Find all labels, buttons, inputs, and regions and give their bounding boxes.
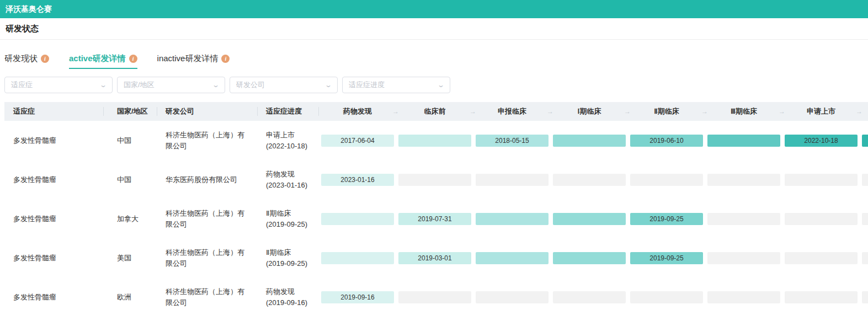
info-icon[interactable]: i [129, 55, 137, 63]
filter-placeholder: 研发公司 [236, 80, 265, 90]
company-cell: 科济生物医药（上海）有限公司 [157, 130, 258, 152]
phase-bar-empty [707, 291, 780, 303]
country-cell: 欧洲 [104, 292, 157, 303]
phase-arrow-icon: → [701, 108, 708, 115]
phase-date: 2019-09-25 [649, 215, 683, 223]
phase-bar-filled: 2019-09-16 [321, 291, 394, 303]
phase-header-label: 申请上市 [807, 106, 835, 116]
phase-cell-overflow [860, 174, 868, 186]
phase-cell: 2022-10-18 [782, 135, 860, 147]
phase-cell [473, 174, 551, 186]
phase-bar-empty [785, 252, 858, 264]
phase-bar-overflow [862, 135, 868, 147]
phase-cell [396, 135, 473, 147]
phase-cell: 2019-09-25 [628, 213, 705, 225]
phase-arrow-icon: → [547, 108, 553, 115]
phase-bar-filled [553, 252, 626, 264]
phase-header-label: 临床前 [424, 106, 446, 116]
info-icon[interactable]: i [41, 55, 49, 63]
phase-date: 2019-07-31 [418, 215, 451, 223]
phase-bar-filled: 2019-07-31 [398, 213, 471, 225]
phase-cell [396, 291, 473, 303]
phase-date: 2019-03-01 [418, 254, 451, 262]
phase-cell-overflow [860, 252, 868, 264]
country-cell: 中国 [104, 174, 157, 185]
progress-cell: 药物发现(2023-01-16) [258, 169, 319, 191]
phase-bar-overflow [862, 213, 868, 225]
tab-2[interactable]: inactive研发详情i [157, 54, 230, 64]
table-row: 多发性骨髓瘤欧洲科济生物医药（上海）有限公司药物发现(2019-09-16)20… [4, 277, 868, 317]
phase-bar-empty [785, 213, 858, 225]
phase-cell [551, 174, 628, 186]
filter-dropdown-3[interactable]: 适应症进度⌄ [342, 77, 450, 93]
chevron-down-icon: ⌄ [99, 81, 107, 89]
phase-bar-empty [707, 252, 780, 264]
filter-bar: 适应症⌄国家/地区⌄研发公司⌄适应症进度⌄ [4, 77, 864, 93]
phase-bar-filled: 2019-06-10 [630, 135, 703, 147]
phase-bar-empty [398, 174, 471, 186]
phase-cell [551, 291, 628, 303]
phase-bar-empty [707, 213, 780, 225]
filter-dropdown-2[interactable]: 研发公司⌄ [230, 77, 338, 93]
phase-header-3: Ⅰ期临床→ [551, 102, 628, 121]
phase-bar-empty [785, 291, 858, 303]
column-header-3: 适应症进度 [258, 102, 319, 121]
phase-bar-overflow [862, 174, 868, 186]
phase-cell: 2019-09-16 [319, 291, 396, 303]
phase-bar-overflow [862, 291, 868, 303]
phase-bar-filled [398, 135, 471, 147]
phase-cell: 2019-09-25 [628, 252, 705, 264]
phase-bar-filled: 2018-05-15 [476, 135, 549, 147]
indication-cell: 多发性骨髓瘤 [4, 253, 104, 264]
phase-bar-filled: 2019-09-25 [630, 213, 703, 225]
phase-bar-empty [553, 174, 626, 186]
tab-0[interactable]: 研发现状i [4, 54, 49, 64]
phase-header-label: 申报临床 [498, 106, 526, 116]
progress-stage: Ⅱ期临床 [266, 208, 319, 219]
phase-cell [319, 252, 396, 264]
phase-cell [628, 174, 705, 186]
phase-bar-filled [707, 135, 780, 147]
chevron-down-icon: ⌄ [437, 81, 445, 89]
phase-arrow-icon: → [856, 108, 862, 115]
filter-dropdown-1[interactable]: 国家/地区⌄ [117, 77, 225, 93]
phase-cell: 2017-06-04 [319, 135, 396, 147]
indication-cell: 多发性骨髓瘤 [4, 292, 104, 303]
phase-cell [319, 213, 396, 225]
tab-1[interactable]: active研发详情i [69, 54, 137, 64]
table-row: 多发性骨髓瘤加拿大科济生物医药（上海）有限公司Ⅱ期临床(2019-09-25)2… [4, 199, 868, 238]
drug-title: 泽沃基奥仑赛 [6, 4, 52, 14]
phase-cell [396, 174, 473, 186]
column-header-1: 国家/地区 [104, 102, 157, 121]
indication-cell: 多发性骨髓瘤 [4, 174, 104, 185]
column-header-label: 国家/地区 [117, 106, 148, 116]
phase-header-label: 药物发现 [343, 106, 372, 116]
table-row: 多发性骨髓瘤中国华东医药股份有限公司药物发现(2023-01-16)2023-0… [4, 160, 868, 199]
phase-bar-filled [321, 213, 394, 225]
progress-cell: 申请上市(2022-10-18) [258, 130, 319, 152]
title-bar: 泽沃基奥仑赛 [0, 0, 868, 18]
phase-bar-filled [476, 252, 549, 264]
filter-dropdown-0[interactable]: 适应症⌄ [4, 77, 113, 93]
chevron-down-icon: ⌄ [212, 81, 220, 89]
phase-date: 2019-09-25 [649, 254, 683, 262]
phase-cell [551, 213, 628, 225]
phase-bar-empty [630, 291, 703, 303]
phase-cell: 2019-03-01 [396, 252, 473, 264]
phase-bar-empty [476, 291, 549, 303]
phase-header-label: Ⅲ期临床 [731, 106, 757, 116]
phase-arrow-icon: → [392, 108, 399, 115]
phase-cell-overflow [860, 291, 868, 303]
info-icon[interactable]: i [221, 55, 230, 63]
phase-cell [705, 291, 782, 303]
phase-cell [782, 291, 860, 303]
phase-bar-filled: 2017-06-04 [321, 135, 394, 147]
phase-date: 2022-10-18 [804, 137, 838, 145]
progress-stage: 药物发现 [266, 169, 319, 180]
phase-cell-overflow [860, 135, 868, 147]
phase-cell [705, 252, 782, 264]
progress-stage: 申请上市 [266, 130, 319, 141]
phase-cell: 2019-06-10 [628, 135, 705, 147]
country-cell: 中国 [104, 135, 157, 146]
table-header-row: 适应症国家/地区研发公司适应症进度药物发现→临床前→申报临床→Ⅰ期临床→Ⅱ期临床… [4, 102, 868, 121]
